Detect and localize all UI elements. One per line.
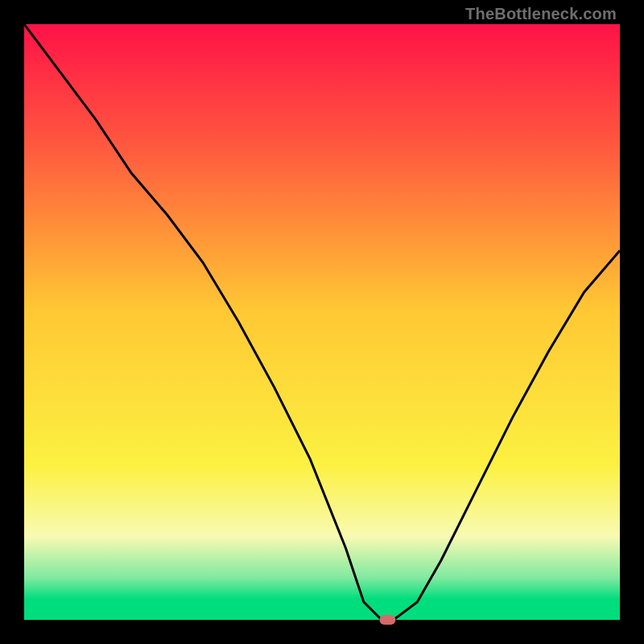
watermark-text: TheBottleneck.com <box>465 5 617 23</box>
line-layer <box>24 24 620 620</box>
optimal-marker <box>380 615 395 625</box>
bottleneck-curve <box>24 24 620 620</box>
chart-frame: TheBottleneck.com <box>0 0 644 644</box>
plot-area <box>24 24 620 620</box>
